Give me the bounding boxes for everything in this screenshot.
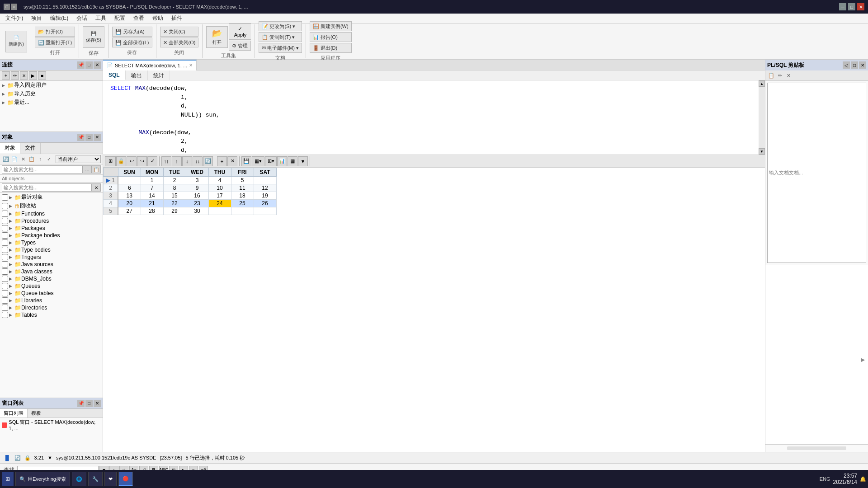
- result-btn-down-single[interactable]: ↓↓: [193, 156, 203, 166]
- result-btn-lock[interactable]: 🔒: [116, 156, 126, 166]
- conn-delete-button[interactable]: ✕: [20, 71, 28, 80]
- connection-float-button[interactable]: □: [85, 61, 93, 69]
- clipboard-edit-button[interactable]: ✏: [776, 71, 784, 80]
- cell-r4-sun[interactable]: 20: [118, 200, 141, 207]
- result-btn-filter[interactable]: ▦: [288, 156, 297, 166]
- editor-scroll-up-button[interactable]: ▲: [759, 80, 765, 87]
- menu-help[interactable]: 帮助: [149, 14, 167, 23]
- obj-check-button[interactable]: ✓: [45, 155, 53, 163]
- checkbox-java-sources[interactable]: [2, 261, 8, 267]
- conn-add-button[interactable]: +: [2, 71, 10, 80]
- sub-tab-output[interactable]: 输出: [126, 70, 148, 80]
- report-button[interactable]: 📊 报告(O): [310, 32, 352, 42]
- connection-close-button[interactable]: ✕: [94, 61, 101, 69]
- result-btn-columns[interactable]: ▦▾: [252, 156, 264, 166]
- window-list-float-button[interactable]: □: [85, 400, 93, 407]
- checkbox-queue-tables[interactable]: [2, 290, 8, 296]
- list-item-java-classes[interactable]: ▶ 📁 Java classes: [0, 268, 103, 275]
- connection-pin-button[interactable]: 📌: [77, 61, 85, 69]
- result-btn-add[interactable]: +: [217, 156, 227, 166]
- result-btn-chart[interactable]: 📊: [277, 156, 287, 166]
- col-header-wed[interactable]: WED: [186, 168, 208, 177]
- checkbox-package-bodies[interactable]: [2, 232, 8, 239]
- menu-project[interactable]: 项目: [28, 14, 46, 23]
- result-btn-table[interactable]: ⊞▾: [265, 156, 277, 166]
- cell-r5-tue[interactable]: 29: [163, 207, 186, 215]
- cell-r1-wed[interactable]: 3: [186, 177, 208, 184]
- save-as-button[interactable]: 💾 另存为(A): [112, 27, 152, 37]
- right-expand-arrow[interactable]: ▶: [858, 355, 868, 365]
- checkbox-java-classes[interactable]: [2, 268, 8, 275]
- col-header-sun[interactable]: SUN: [118, 168, 141, 177]
- tree-item-import-history[interactable]: ▶ 📁 导入历史: [0, 89, 103, 98]
- list-item-packages[interactable]: ▶ 📁 Packages: [0, 225, 103, 232]
- list-item-functions[interactable]: ▶ 📁 Functions: [0, 210, 103, 217]
- list-item-directories[interactable]: ▶ 📁 Directories: [0, 304, 103, 311]
- cell-r1-thu[interactable]: 4: [208, 177, 231, 184]
- cell-r2-wed[interactable]: 9: [186, 184, 208, 192]
- list-item-recent[interactable]: ▶ 📁 最近对象: [0, 193, 103, 202]
- result-btn-redo[interactable]: ↪: [137, 156, 147, 166]
- maximize-button[interactable]: □: [848, 3, 855, 10]
- checkbox-recycle[interactable]: [2, 203, 8, 209]
- exit-button[interactable]: 🚪 退出(D): [310, 43, 352, 53]
- sub-tab-sql[interactable]: SQL: [103, 70, 126, 80]
- taskbar-app2[interactable]: 🔴: [118, 472, 133, 486]
- cell-r1-sun[interactable]: [118, 177, 141, 184]
- checkbox-libraries[interactable]: [2, 297, 8, 304]
- cell-r3-sun[interactable]: 13: [118, 192, 141, 200]
- cell-r2-fri[interactable]: 11: [231, 184, 254, 192]
- cell-r4-thu[interactable]: 24: [208, 200, 231, 207]
- conn-edit-button[interactable]: ✏: [11, 71, 19, 80]
- result-btn-up-single[interactable]: ↑: [172, 156, 182, 166]
- cell-r2-sat[interactable]: 12: [254, 184, 276, 192]
- cell-r1-fri[interactable]: 5: [231, 177, 254, 184]
- checkbox-directories[interactable]: [2, 305, 8, 311]
- menu-tools[interactable]: 工具: [92, 14, 110, 23]
- checkbox-queues[interactable]: [2, 283, 8, 289]
- col-header-fri[interactable]: FRI: [231, 168, 254, 177]
- change-to-button[interactable]: 📝 更改为(S) ▾: [259, 21, 302, 31]
- sql-code[interactable]: SELECT MAX(decode(dow, 1, d, NULL)) sun,…: [103, 80, 765, 155]
- taskbar-app1[interactable]: ❤: [104, 472, 117, 486]
- menu-session[interactable]: 会话: [73, 14, 91, 23]
- cell-r1-sat[interactable]: [254, 177, 276, 184]
- cell-r3-thu[interactable]: 17: [208, 192, 231, 200]
- workset-open-button[interactable]: 📂 打开: [206, 26, 228, 48]
- list-item-type-bodies[interactable]: ▶ 📁 Type bodies: [0, 246, 103, 253]
- list-item-procedures[interactable]: ▶ 📁 Procedures: [0, 217, 103, 225]
- cell-r4-mon[interactable]: 21: [141, 200, 163, 207]
- object-filter-button[interactable]: ✕: [92, 183, 101, 192]
- save-button[interactable]: 💾 保存(S): [83, 26, 104, 48]
- obj-new-button[interactable]: 📄: [10, 155, 19, 163]
- schema-selector[interactable]: 当前用户: [56, 155, 101, 163]
- cell-r5-sat[interactable]: [254, 207, 276, 215]
- copy-to-button[interactable]: 📋 复制到(T) ▾: [259, 32, 302, 42]
- start-button[interactable]: ⊞: [2, 472, 14, 486]
- template-tab[interactable]: 模板: [28, 409, 45, 418]
- cell-r3-wed[interactable]: 16: [186, 192, 208, 200]
- taskbar-search[interactable]: 🔍 用Everything搜索: [15, 472, 70, 486]
- window-list-tab[interactable]: 窗口列表: [0, 409, 28, 418]
- obj-refresh-button[interactable]: 🔄: [2, 155, 10, 163]
- list-item-java-sources[interactable]: ▶ 📁 Java sources: [0, 261, 103, 268]
- checkbox-recent[interactable]: [2, 194, 8, 201]
- checkbox-procedures[interactable]: [2, 218, 8, 224]
- list-item-libraries[interactable]: ▶ 📁 Libraries: [0, 297, 103, 304]
- clipboard-delete-button[interactable]: ✕: [784, 71, 793, 80]
- obj-delete-button[interactable]: ✕: [19, 155, 27, 163]
- new-instance-button[interactable]: 🪟 新建实例(W): [310, 21, 352, 31]
- col-header-mon[interactable]: MON: [141, 168, 163, 177]
- result-btn-funnel[interactable]: ▼: [298, 156, 308, 166]
- window-list-item-sql[interactable]: SQL 窗口 - SELECT MAX(decode(dow, 1, ...: [0, 418, 103, 432]
- manage-button[interactable]: ⚙ 管理: [229, 41, 251, 51]
- menu-config[interactable]: 配置: [111, 14, 129, 23]
- checkbox-packages[interactable]: [2, 225, 8, 231]
- sub-tab-stats[interactable]: 统计: [148, 70, 170, 80]
- result-btn-undo[interactable]: ↩: [127, 156, 137, 166]
- object-search-input[interactable]: [2, 165, 83, 174]
- object-float-button[interactable]: □: [85, 134, 93, 141]
- col-header-sat[interactable]: SAT: [254, 168, 276, 177]
- editor-vertical-scrollbar[interactable]: ▲ ▼: [759, 80, 765, 155]
- menu-edit[interactable]: 编辑(E): [47, 14, 72, 23]
